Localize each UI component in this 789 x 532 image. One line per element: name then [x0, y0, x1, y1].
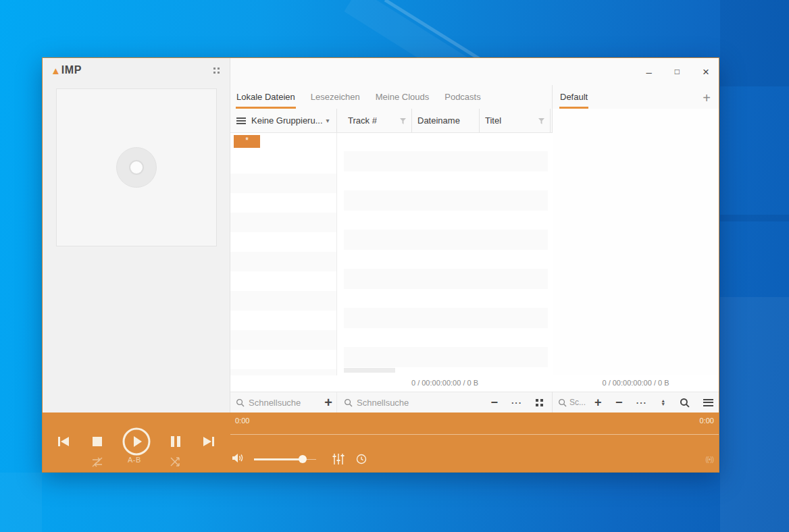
next-button[interactable] [201, 435, 216, 448]
cd-hole [129, 160, 144, 175]
ab-repeat-button[interactable]: A-B [128, 456, 141, 464]
column-header-track[interactable]: Track # [337, 109, 412, 132]
chevron-down-icon: ▾ [326, 117, 330, 124]
add-track-button[interactable]: + [594, 396, 602, 408]
view-grid-icon[interactable] [536, 399, 543, 406]
transport-controls: A-B [43, 413, 230, 472]
column-track-label: Track # [348, 115, 377, 126]
row-stripe [344, 308, 548, 328]
album-art-placeholder [56, 88, 217, 246]
maximize-button[interactable]: □ [675, 68, 680, 76]
cd-disc-icon [116, 147, 157, 188]
column-header-dateiname[interactable]: Dateiname [412, 109, 480, 132]
playlist-body[interactable] [553, 109, 719, 375]
add-playlist-button[interactable]: + [703, 91, 711, 105]
aimp-logo-triangle-icon: ▲ [51, 65, 61, 76]
grouping-menu-icon[interactable] [236, 117, 246, 124]
repeat-off-icon[interactable] [91, 457, 103, 467]
window-controls: – □ × [553, 58, 719, 85]
search-bold-icon[interactable] [680, 398, 690, 408]
tree-search-input[interactable] [249, 398, 306, 408]
list-search-input[interactable] [357, 398, 490, 408]
seek-bar[interactable] [230, 433, 719, 435]
search-icon [236, 398, 245, 407]
playlist-status: 0 / 00:00:00:00 / 0 B [553, 379, 719, 387]
aimp-logo: ▲ IMP [51, 64, 82, 76]
main-area: ▲ IMP Lokale Dateien Lesezeichen Meine C… [43, 58, 719, 413]
playlist-tabs: Default + [553, 85, 719, 109]
volume-slider[interactable] [254, 450, 316, 469]
row-stripe [344, 151, 548, 171]
row-stripe [344, 190, 548, 211]
more-options-icon[interactable]: ··· [636, 398, 647, 407]
playlist-tab-default[interactable]: Default [559, 92, 588, 109]
play-button[interactable] [122, 427, 151, 456]
search-icon [344, 398, 353, 407]
row-stripe [230, 291, 336, 311]
library-status: 0 / 00:00:00:00 / 0 B [337, 379, 553, 387]
filter-funnel-icon[interactable] [538, 118, 544, 124]
playlist-status-row: 0 / 00:00:00:00 / 0 B [553, 375, 719, 392]
column-header-filler [551, 109, 553, 132]
close-button[interactable]: × [703, 66, 709, 78]
tab-meine-clouds[interactable]: Meine Clouds [375, 92, 430, 109]
grouping-dropdown[interactable]: Keine Gruppieru... ▾ [230, 109, 337, 132]
grouping-label: Keine Gruppieru... [251, 115, 323, 126]
column-header-row: Keine Gruppieru... ▾ Track # Dateiname T… [230, 109, 553, 133]
sleep-timer-clock-icon[interactable] [356, 454, 367, 464]
pause-button[interactable] [170, 435, 182, 448]
filter-funnel-icon[interactable] [400, 118, 406, 124]
row-stripe [230, 369, 336, 375]
row-stripe [230, 174, 336, 193]
library-status-row: 0 / 00:00:00:00 / 0 B [230, 375, 553, 392]
tab-lokale-dateien[interactable]: Lokale Dateien [236, 92, 296, 109]
row-stripe [230, 330, 336, 350]
playlist-search-input[interactable] [569, 398, 587, 407]
remove-track-button[interactable]: − [615, 396, 623, 408]
volume-knob[interactable] [299, 455, 307, 463]
radio-broadcast-icon[interactable]: ((•)) [705, 456, 713, 463]
cover-panel: ▲ IMP [43, 58, 230, 413]
library-file-list[interactable] [337, 133, 553, 375]
library-search-row: + − ··· [230, 392, 553, 413]
volume-fill [254, 458, 303, 460]
remove-button[interactable]: − [490, 396, 498, 408]
column-titel-label: Titel [485, 115, 501, 126]
aimp-logo-text: IMP [61, 64, 82, 76]
column-dateiname-label: Dateiname [417, 115, 460, 126]
row-stripe [344, 368, 395, 373]
minimize-button[interactable]: – [646, 67, 651, 77]
sort-icon[interactable]: ▲▼ [661, 399, 665, 406]
row-stripe [344, 269, 548, 289]
library-tree[interactable]: * [230, 133, 337, 375]
volume-icon[interactable] [232, 453, 244, 463]
shuffle-icon[interactable] [170, 457, 181, 467]
elapsed-time: 0:00 [235, 417, 249, 425]
playlist-menu-icon[interactable] [703, 399, 713, 406]
add-button[interactable]: + [324, 396, 332, 409]
list-search-section: − ··· [337, 392, 553, 413]
row-stripe [344, 347, 548, 367]
more-options-icon[interactable]: ··· [511, 398, 522, 407]
search-icon [558, 398, 567, 407]
row-stripe [230, 213, 336, 232]
equalizer-icon[interactable] [332, 452, 345, 466]
library-tabs: Lokale Dateien Lesezeichen Meine Clouds … [230, 85, 553, 109]
main-menu-grid-icon[interactable] [213, 68, 220, 74]
player-middle: 0:00 0:00 [230, 413, 719, 472]
column-header-titel[interactable]: Titel [480, 109, 551, 132]
aimp-window: ▲ IMP Lokale Dateien Lesezeichen Meine C… [42, 57, 719, 473]
stop-button[interactable] [92, 436, 103, 447]
row-stripe [344, 230, 548, 250]
tree-search-section: + [230, 392, 337, 413]
player-bar: A-B 0:00 0:00 [43, 413, 719, 472]
middle-titlebar[interactable] [230, 58, 553, 85]
library-panel: Lokale Dateien Lesezeichen Meine Clouds … [230, 58, 553, 413]
tab-podcasts[interactable]: Podcasts [444, 92, 481, 109]
left-titlebar[interactable]: ▲ IMP [43, 58, 230, 85]
remaining-time: 0:00 [700, 417, 714, 425]
tab-lesezeichen[interactable]: Lesezeichen [310, 92, 361, 109]
previous-button[interactable] [56, 435, 71, 448]
library-body: * [230, 133, 553, 375]
tree-badge: * [234, 135, 260, 148]
